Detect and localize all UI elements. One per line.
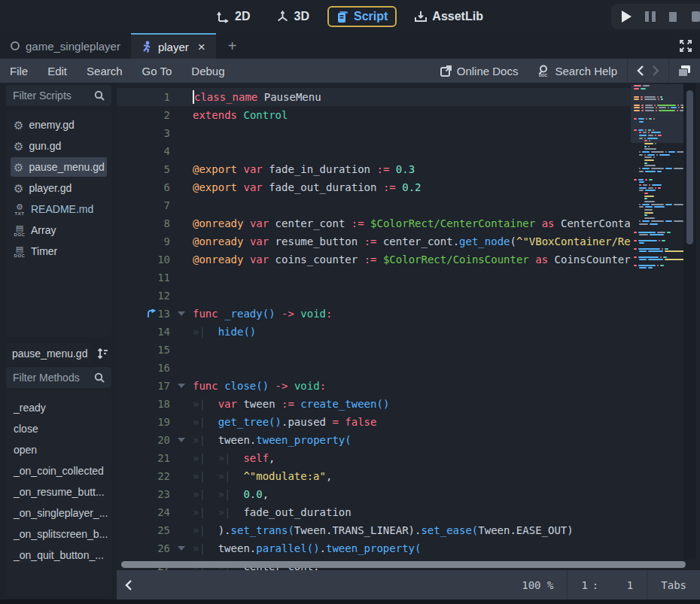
current-script-label: pause_menu.gd: [6, 343, 90, 364]
script-item-label: README.md: [31, 203, 93, 215]
code-editor[interactable]: 1class_name PauseMenu2extends Control345…: [117, 83, 700, 570]
workspace-tab-label: Script: [354, 10, 388, 23]
workspace-tab-2d[interactable]: 2D: [209, 6, 257, 27]
code-line-16[interactable]: 16: [117, 359, 631, 377]
sort-methods-button[interactable]: [94, 344, 111, 363]
search-icon: [94, 90, 105, 101]
stop-button[interactable]: [669, 12, 677, 22]
collapse-sidebar-button[interactable]: [124, 579, 132, 591]
script-item-enemy.gd[interactable]: ⚙enemy.gd: [6, 114, 111, 135]
history-forward-button[interactable]: [652, 65, 659, 76]
script-item-label: player.gd: [29, 182, 72, 194]
code-line-12[interactable]: 12: [117, 287, 631, 305]
code-line-14[interactable]: 14»|hide(): [117, 323, 631, 341]
line-number: 12: [157, 290, 170, 302]
script-item-player.gd[interactable]: ⚙player.gd: [6, 178, 111, 199]
code-line-5[interactable]: 5@export var fade_in_duration := 0.3: [117, 160, 631, 178]
workspace-tab-script[interactable]: Script: [327, 6, 397, 27]
code-line-22[interactable]: 22»|»|^"modulate:a",: [117, 467, 631, 485]
code-line-25[interactable]: 25»|).set_trans(Tween.TRANS_LINEAR).set_…: [117, 521, 631, 539]
pause-button[interactable]: [645, 11, 656, 22]
scene-tab-bar: game_singleplayerplayer× +: [0, 33, 700, 59]
line-number: 17: [157, 380, 170, 392]
fold-toggle-icon[interactable]: [170, 311, 193, 316]
menu-debug[interactable]: Debug: [181, 65, 234, 77]
method-item-open[interactable]: open: [6, 439, 111, 460]
make-floating-button[interactable]: [678, 65, 691, 77]
code-line-10[interactable]: 10@onready var coins_counter := $ColorRe…: [117, 250, 631, 269]
code-line-24[interactable]: 24»|»|fade_out_duration: [117, 503, 631, 521]
fold-toggle-icon[interactable]: [170, 438, 193, 442]
online-docs-label: Online Docs: [457, 65, 519, 77]
line-number: 19: [157, 416, 170, 428]
workspace-tab-3d[interactable]: 3D: [269, 6, 317, 27]
method-item-_on_splitscreen_b[interactable]: _on_splitscreen_b...: [6, 524, 111, 545]
class-doc-icon: ▤DOC: [14, 224, 26, 237]
code-line-9[interactable]: 9@onready var resume_button := center_co…: [117, 232, 631, 250]
tab-indent-marker: »|: [193, 506, 218, 518]
code-line-23[interactable]: 23»|»|0.0,: [117, 485, 631, 503]
play-button[interactable]: [622, 11, 632, 23]
history-back-button[interactable]: [637, 65, 644, 76]
method-item-_on_resume_butt[interactable]: _on_resume_butt...: [6, 481, 111, 502]
vertical-scrollbar[interactable]: [683, 83, 696, 560]
scene-tab-player[interactable]: player×: [131, 33, 216, 59]
line-number: 5: [157, 163, 170, 175]
code-line-18[interactable]: 18»|var tween := create_tween(): [117, 395, 631, 413]
tab-indent-marker: »|: [193, 398, 218, 410]
fold-toggle-icon[interactable]: [170, 384, 193, 388]
script-item-label: Array: [31, 224, 56, 236]
code-line-20[interactable]: 20»|tween.tween_property(: [117, 431, 631, 449]
zoom-level[interactable]: 100 %: [508, 570, 567, 599]
method-item-_on_singleplayer_[interactable]: _on_singleplayer_...: [6, 502, 111, 524]
method-item-_on_quit_button_[interactable]: _on_quit_button_...: [6, 545, 111, 566]
close-icon[interactable]: ×: [198, 41, 205, 53]
scene-tab-game_singleplayer[interactable]: game_singleplayer: [0, 33, 131, 59]
script-item-label: enemy.gd: [29, 119, 74, 131]
code-line-26[interactable]: 26»|tween.parallel().tween_property(: [117, 539, 631, 557]
code-line-15[interactable]: 15: [117, 341, 631, 359]
method-item-close[interactable]: close: [6, 418, 111, 439]
search-help-button[interactable]: DOC Search Help: [528, 65, 627, 77]
method-item-_ready[interactable]: _ready: [6, 397, 111, 418]
gdscript-icon: ⚙: [14, 120, 23, 131]
code-line-7[interactable]: 7: [117, 196, 631, 214]
code-minimap[interactable]: [631, 83, 683, 570]
indent-mode[interactable]: Tabs: [647, 570, 700, 599]
new-tab-button[interactable]: +: [216, 33, 249, 59]
tab-indent-marker: »|: [218, 488, 244, 500]
code-line-2[interactable]: 2extends Control: [117, 106, 631, 124]
menu-search[interactable]: Search: [77, 65, 132, 77]
script-item-gun.gd[interactable]: ⚙gun.gd: [6, 135, 111, 156]
menu-edit[interactable]: Edit: [38, 65, 77, 77]
script-item-Timer[interactable]: ▤DOCTimer: [6, 241, 111, 262]
code-line-4[interactable]: 4: [117, 142, 631, 160]
menu-go-to[interactable]: Go To: [132, 65, 182, 77]
script-item-Array[interactable]: ▤DOCArray: [6, 220, 111, 241]
script-item-pause_menu.gd[interactable]: ⚙pause_menu.gd: [6, 156, 111, 178]
online-docs-button[interactable]: Online Docs: [431, 65, 528, 77]
code-line-19[interactable]: 19»|get_tree().paused = false: [117, 413, 631, 431]
menu-file[interactable]: File: [0, 65, 38, 77]
vertical-scrollbar-thumb[interactable]: [686, 90, 693, 244]
tab-indent-marker: »|: [193, 326, 218, 338]
code-line-1[interactable]: 1class_name PauseMenu: [117, 88, 631, 106]
fold-toggle-icon[interactable]: [170, 546, 193, 551]
expand-icon[interactable]: [679, 33, 700, 59]
line-number: 16: [157, 362, 170, 374]
horizontal-scrollbar-thumb[interactable]: [121, 561, 686, 568]
code-line-8[interactable]: 8@onready var center_cont := $ColorRect/…: [117, 214, 631, 232]
code-line-3[interactable]: 3: [117, 124, 631, 142]
code-line-6[interactable]: 6@export var fade_out_duration := 0.2: [117, 178, 631, 196]
code-line-11[interactable]: 11: [117, 269, 631, 287]
code-line-13[interactable]: 13func _ready() -> void:: [117, 305, 631, 323]
script-item-README.md[interactable]: ⚙TXTREADME.md: [6, 199, 111, 220]
horizontal-scrollbar[interactable]: [120, 560, 693, 569]
workspace-tab-assetlib[interactable]: AssetLib: [407, 6, 491, 27]
line-number: 26: [157, 542, 170, 554]
line-number: 21: [157, 452, 170, 464]
code-line-21[interactable]: 21»|»|self,: [117, 449, 631, 467]
movie-mode-button[interactable]: [692, 11, 700, 22]
code-line-17[interactable]: 17func close() -> void:: [117, 377, 631, 395]
method-item-_on_coin_collected[interactable]: _on_coin_collected: [6, 460, 111, 481]
